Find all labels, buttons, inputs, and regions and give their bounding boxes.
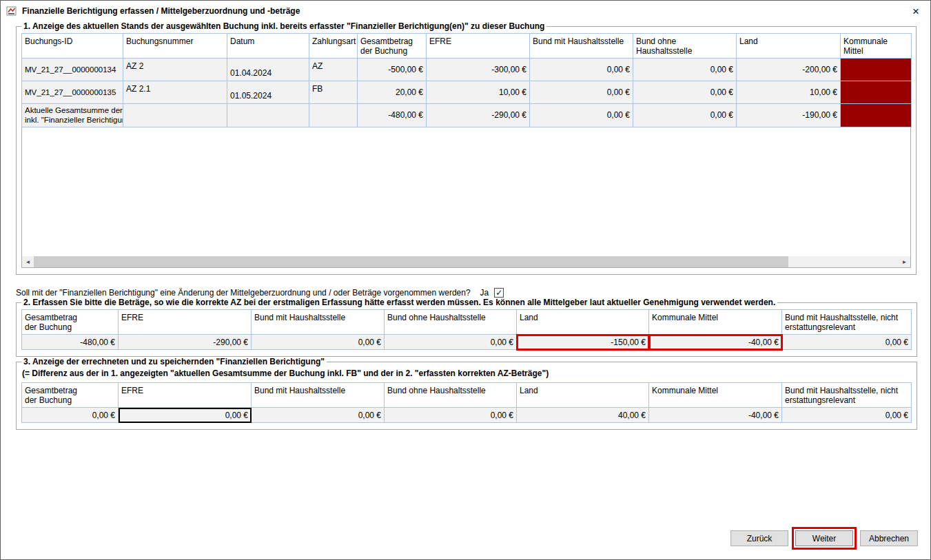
bund-mit-cell[interactable]: 0,00 €	[252, 408, 385, 423]
horizontal-scrollbar[interactable]: ◄ ►	[22, 256, 910, 267]
scroll-left-icon: ◄	[25, 259, 31, 265]
header-row: Buchungs-ID Buchungsnummer Datum Zahlung…	[22, 34, 912, 59]
table-cell: -200,00 €	[737, 59, 841, 81]
gesamtbetrag-cell[interactable]: 0,00 €	[22, 408, 119, 423]
efre-cell[interactable]: -290,00 €	[119, 335, 252, 350]
section-3-group: 3. Anzeige der errechneten und zu speich…	[16, 357, 917, 430]
table-cell: FB	[309, 81, 358, 104]
column-header: Buchungsnummer	[123, 34, 227, 59]
table-cell: 20,00 €	[358, 81, 427, 104]
amounts-row: -480,00 € -290,00 € 0,00 € 0,00 € -150,0…	[22, 335, 912, 350]
scroll-left-button[interactable]: ◄	[22, 256, 34, 267]
bund-ohne-cell[interactable]: 0,00 €	[385, 335, 517, 350]
column-header: Gesamtbetrag der Buchung	[22, 310, 119, 335]
table-cell: AZ 2.1	[123, 81, 227, 104]
scroll-right-button[interactable]: ►	[899, 256, 910, 267]
table-cell	[227, 104, 309, 127]
section-1-group: 1. Anzeige des aktuellen Stands der ausg…	[16, 21, 917, 275]
table-cell	[309, 104, 358, 127]
difference-table: Gesamtbetrag der Buchung EFRE Bund mit H…	[21, 382, 912, 423]
table-cell: -290,00 €	[427, 104, 530, 127]
header-row: Gesamtbetrag der Buchung EFRE Bund mit H…	[22, 310, 912, 335]
header-row: Gesamtbetrag der Buchung EFRE Bund mit H…	[22, 383, 912, 408]
table-cell: MV_21_27__0000000135	[22, 81, 123, 104]
ja-label: Ja	[480, 288, 489, 298]
column-header: Zahlungsart	[309, 34, 358, 59]
section-3-subtitle: (= Differenz aus der in 1. angezeigten "…	[22, 369, 912, 378]
kommunale-mittel-cell[interactable]: -40,00 €	[649, 408, 782, 423]
table-cell: 01.04.2024	[227, 59, 309, 81]
column-header: EFRE	[119, 383, 252, 408]
section-2-group: 2. Erfassen Sie bitte die Beträge, so wi…	[16, 298, 917, 357]
column-header: EFRE	[119, 310, 252, 335]
bund-ohne-cell[interactable]: 0,00 €	[385, 408, 517, 423]
table-row[interactable]: MV_21_27__0000000135 AZ 2.1 01.05.2024 F…	[22, 81, 912, 104]
table-cell: -480,00 €	[358, 104, 427, 127]
bund-nicht-erstattung-cell[interactable]: 0,00 €	[782, 335, 912, 350]
efre-cell-focused[interactable]: 0,00 €	[119, 408, 252, 423]
cancel-button[interactable]: Abbrechen	[860, 530, 918, 546]
scroll-right-icon: ►	[902, 259, 908, 265]
kommunale-mittel-cell-highlighted[interactable]: -40,00 €	[649, 335, 782, 350]
bookings-table: Buchungs-ID Buchungsnummer Datum Zahlung…	[21, 33, 912, 127]
table-cell	[123, 104, 227, 127]
column-header: Bund mit Haushaltsstelle	[252, 310, 385, 335]
table-cell: AZ 2	[123, 59, 227, 81]
column-header: Buchungs-ID	[22, 34, 123, 59]
red-highlight-cell	[841, 59, 912, 81]
titlebar: Finanzielle Berichtigung erfassen / Mitt…	[1, 1, 930, 21]
ja-checkbox[interactable]: ✓	[494, 288, 504, 298]
column-header: Gesamtbetrag der Buchung	[358, 34, 427, 59]
column-header: Bund mit Haushaltsstelle	[530, 34, 633, 59]
window-title: Finanzielle Berichtigung erfassen / Mitt…	[22, 6, 300, 16]
section-3-legend: 3. Anzeige der errechneten und zu speich…	[21, 357, 327, 366]
column-header: Gesamtbetrag der Buchung	[22, 383, 119, 408]
column-header: Kommunale Mittel	[649, 310, 782, 335]
column-header: Datum	[227, 34, 309, 59]
table-cell: 0,00 €	[530, 104, 633, 127]
scrollbar-thumb[interactable]	[34, 256, 788, 267]
difference-row: 0,00 € 0,00 € 0,00 € 0,00 € 40,00 € -40,…	[22, 408, 912, 423]
app-icon	[6, 6, 17, 17]
next-button[interactable]: Weiter	[795, 530, 853, 546]
change-question-label: Soll mit der "Finanziellen Berichtigung"…	[16, 288, 471, 298]
table-row-total[interactable]: Aktuelle Gesamtsumme der Bu inkl. "Finan…	[22, 104, 912, 127]
table-row[interactable]: MV_21_27__0000000134 AZ 2 01.04.2024 AZ …	[22, 59, 912, 81]
scrollbar-track[interactable]	[34, 256, 899, 267]
table-cell: -500,00 €	[358, 59, 427, 81]
close-icon[interactable]: ×	[910, 6, 922, 17]
table-cell: 0,00 €	[633, 81, 737, 104]
column-header: Kommunale Mittel	[649, 383, 782, 408]
red-highlight-cell	[841, 81, 912, 104]
column-header: Bund mit Haushaltsstelle, nicht erstattu…	[782, 310, 912, 335]
column-header: Land	[517, 383, 649, 408]
change-question-row: Soll mit der "Finanziellen Berichtigung"…	[16, 288, 915, 298]
column-header: Land	[737, 34, 841, 59]
bookings-table-viewport: Buchungs-ID Buchungsnummer Datum Zahlung…	[21, 33, 911, 268]
section-1-legend: 1. Anzeige des aktuellen Stands der ausg…	[21, 21, 546, 31]
land-cell[interactable]: 40,00 €	[517, 408, 649, 423]
column-header: Bund ohne Haushaltsstelle	[385, 310, 517, 335]
footer-buttons: Zurück Weiter Abbrechen	[730, 530, 918, 546]
table-cell: -190,00 €	[737, 104, 841, 127]
column-header: Bund ohne Haushaltsstelle	[385, 383, 517, 408]
column-header: Bund mit Haushaltsstelle, nicht erstattu…	[782, 383, 912, 408]
bund-mit-cell[interactable]: 0,00 €	[252, 335, 385, 350]
column-header: Kommunale Mittel	[841, 34, 912, 59]
table-cell: 10,00 €	[737, 81, 841, 104]
section-2-legend: 2. Erfassen Sie bitte die Beträge, so wi…	[21, 298, 777, 307]
table-cell: AZ	[309, 59, 358, 81]
bund-nicht-erstattung-cell[interactable]: 0,00 €	[782, 408, 912, 423]
column-header: Land	[517, 310, 649, 335]
table-cell: 10,00 €	[427, 81, 530, 104]
gesamtbetrag-cell[interactable]: -480,00 €	[22, 335, 119, 350]
column-header: EFRE	[427, 34, 530, 59]
table-cell: 01.05.2024	[227, 81, 309, 104]
column-header: Bund mit Haushaltsstelle	[252, 383, 385, 408]
table-cell: MV_21_27__0000000134	[22, 59, 123, 81]
dialog-window: Finanzielle Berichtigung erfassen / Mitt…	[0, 0, 931, 560]
table-cell: Aktuelle Gesamtsumme der Bu inkl. "Finan…	[22, 104, 123, 127]
land-cell-highlighted[interactable]: -150,00 €	[517, 335, 649, 350]
back-button[interactable]: Zurück	[730, 530, 788, 546]
table-cell: 0,00 €	[530, 59, 633, 81]
